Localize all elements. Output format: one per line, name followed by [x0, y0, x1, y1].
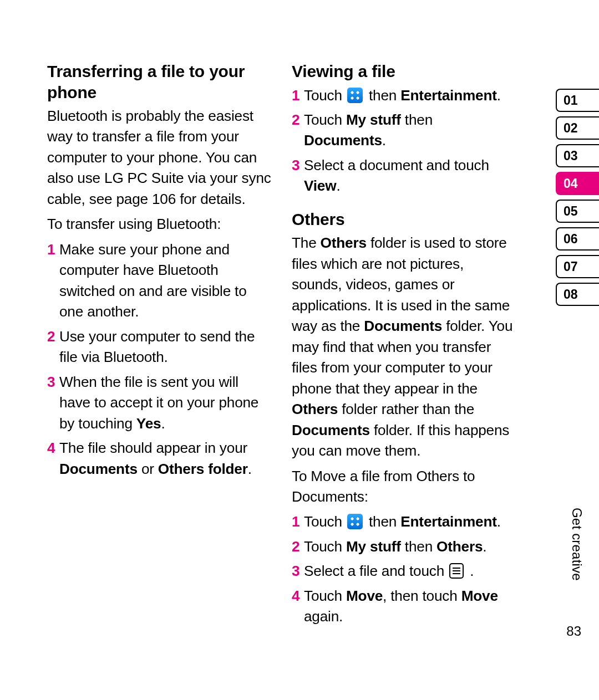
section-tab-07[interactable]: 07 — [556, 255, 599, 278]
text: Touch — [304, 111, 346, 128]
text: Touch — [304, 587, 346, 604]
section-tab-03[interactable]: 03 — [556, 144, 599, 167]
bold-text: My stuff — [346, 111, 401, 128]
apps-grid-icon — [347, 88, 363, 103]
step-text: Touch then Entertainment. — [304, 85, 516, 106]
step-number: 1 — [292, 85, 304, 106]
step-item: 2 Touch My stuff then Others. — [292, 537, 516, 557]
text: The file should appear in your — [59, 440, 247, 456]
section-tab-04[interactable]: 04 — [556, 172, 599, 195]
step-item: 3 When the file is sent you will have to… — [47, 372, 272, 434]
manual-page: Transferring a file to your phone Blueto… — [0, 0, 599, 700]
paragraph: To Move a file from Others to Documents: — [292, 466, 516, 508]
step-number: 2 — [292, 537, 304, 557]
step-text: The file should appear in your Documents… — [59, 438, 272, 479]
step-number: 2 — [47, 326, 59, 347]
text: . — [336, 177, 340, 194]
heading-viewing: Viewing a file — [292, 61, 516, 82]
page-number: 83 — [566, 624, 581, 639]
step-item: 3 Select a file and touch . — [292, 561, 516, 581]
section-tab-06[interactable]: 06 — [556, 227, 599, 251]
step-text: Touch My stuff then Documents. — [304, 110, 516, 151]
bold-text: Others folder — [158, 461, 248, 477]
step-text: Touch My stuff then Others. — [304, 537, 516, 557]
text: or — [138, 461, 158, 477]
text: Select a document and touch — [304, 157, 489, 173]
bold-text: Others — [436, 538, 483, 555]
step-item: 1 Touch then Entertainment. — [292, 85, 516, 106]
section-label: Get creative — [569, 508, 585, 581]
bold-text: Others — [292, 401, 338, 417]
apps-grid-icon — [347, 514, 363, 529]
step-item: 1 Touch then Entertainment. — [292, 512, 516, 532]
two-column-layout: Transferring a file to your phone Blueto… — [47, 61, 560, 627]
step-text: Touch Move, then touch Move again. — [304, 586, 516, 627]
bold-text: Entertainment — [400, 513, 496, 530]
text: . — [382, 132, 386, 149]
text: Select a file and touch — [304, 563, 448, 579]
section-tab-08[interactable]: 08 — [556, 283, 599, 306]
text: , then touch — [383, 587, 461, 604]
step-item: 4 Touch Move, then touch Move again. — [292, 586, 516, 627]
text: again. — [304, 608, 343, 625]
text: The — [292, 234, 321, 251]
step-item: 1 Make sure your phone and computer have… — [47, 239, 272, 323]
steps-list: 1 Touch then Entertainment. 2 Touch My s… — [292, 85, 516, 197]
text: . — [497, 513, 501, 530]
step-item: 4 The file should appear in your Documen… — [47, 438, 272, 479]
text: folder rather than the — [338, 401, 474, 417]
text: . — [248, 461, 252, 477]
paragraph: To transfer using Bluetooth: — [47, 214, 272, 234]
step-number: 2 — [292, 110, 304, 130]
section-tabs: 01 02 03 04 05 06 07 08 — [556, 89, 599, 310]
text: . — [483, 538, 486, 555]
step-item: 2 Touch My stuff then Documents. — [292, 110, 516, 151]
step-number: 3 — [292, 155, 304, 176]
bold-text: Move — [346, 587, 383, 604]
text: then — [401, 538, 436, 555]
bold-text: Others — [321, 234, 367, 251]
right-column: Viewing a file 1 Touch then Entertainmen… — [292, 61, 516, 627]
text: Touch — [304, 87, 346, 104]
heading-transferring: Transferring a file to your phone — [47, 61, 272, 103]
step-item: 2 Use your computer to send the file via… — [47, 326, 272, 368]
text: Touch — [304, 538, 346, 555]
step-number: 4 — [292, 586, 304, 606]
step-number: 4 — [47, 438, 59, 458]
bold-text: Documents — [292, 422, 370, 438]
step-number: 1 — [47, 239, 59, 260]
step-text: Select a document and touch View. — [304, 155, 516, 197]
menu-list-icon — [449, 563, 464, 579]
bold-text: My stuff — [346, 538, 401, 555]
steps-list: 1 Touch then Entertainment. 2 Touch My s… — [292, 512, 516, 627]
text: . — [497, 87, 501, 104]
text: then — [401, 111, 433, 128]
bold-text: Move — [461, 587, 498, 604]
step-text: When the file is sent you will have to a… — [59, 372, 272, 434]
bold-text: Documents — [59, 461, 138, 477]
section-tab-02[interactable]: 02 — [556, 116, 599, 140]
steps-list: 1 Make sure your phone and computer have… — [47, 239, 272, 479]
text: . — [161, 415, 165, 432]
text: Touch — [304, 513, 346, 530]
step-text: Touch then Entertainment. — [304, 512, 516, 532]
bold-text: Entertainment — [400, 87, 496, 104]
step-text: Select a file and touch . — [304, 561, 516, 581]
step-number: 3 — [292, 561, 304, 581]
left-column: Transferring a file to your phone Blueto… — [47, 61, 272, 627]
text: then — [365, 87, 400, 104]
heading-others: Others — [292, 209, 516, 230]
step-text: Make sure your phone and computer have B… — [59, 239, 272, 323]
text: then — [365, 513, 400, 530]
section-tab-01[interactable]: 01 — [556, 89, 599, 112]
section-tab-05[interactable]: 05 — [556, 200, 599, 223]
bold-text: View — [304, 177, 336, 194]
step-text: Use your computer to send the file via B… — [59, 326, 272, 368]
bold-text: Documents — [304, 132, 382, 149]
paragraph: The Others folder is used to store files… — [292, 233, 516, 461]
bold-text: Documents — [364, 318, 442, 334]
text: . — [466, 563, 474, 579]
step-number: 3 — [47, 372, 59, 392]
step-item: 3 Select a document and touch View. — [292, 155, 516, 197]
bold-text: Yes — [136, 415, 161, 432]
